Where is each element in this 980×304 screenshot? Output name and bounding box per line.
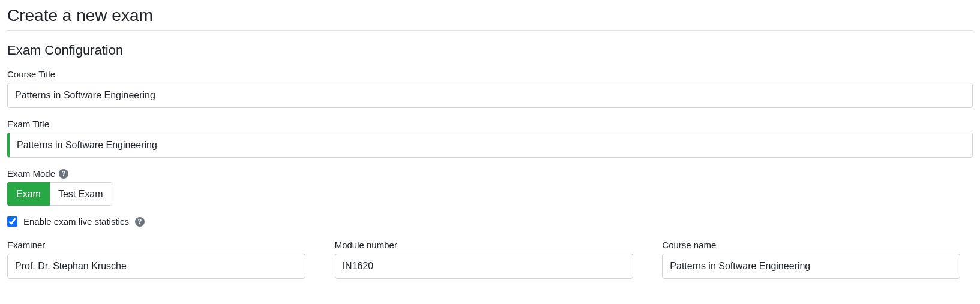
course-title-input[interactable] <box>7 83 973 108</box>
live-stats-checkbox[interactable] <box>7 216 17 227</box>
exam-title-input[interactable] <box>7 133 973 158</box>
module-number-label: Module number <box>335 240 646 250</box>
course-title-group: Course Title <box>7 69 973 108</box>
examiner-label: Examiner <box>7 240 318 250</box>
section-title-exam-config: Exam Configuration <box>7 43 973 58</box>
exam-meta-row: Examiner Module number Course name <box>7 240 973 290</box>
exam-mode-exam-button[interactable]: Exam <box>7 182 50 206</box>
course-name-input[interactable] <box>662 254 960 279</box>
live-stats-row: Enable exam live statistics ? <box>7 216 973 227</box>
page-title: Create a new exam <box>7 6 973 31</box>
exam-mode-label: Exam Mode <box>7 168 55 179</box>
examiner-group: Examiner <box>7 240 318 279</box>
exam-mode-group: Exam Mode ? Exam Test Exam <box>7 168 973 206</box>
help-icon[interactable]: ? <box>59 169 68 179</box>
exam-mode-toggle: Exam Test Exam <box>7 182 112 206</box>
exam-title-label: Exam Title <box>7 119 973 129</box>
exam-mode-test-exam-button[interactable]: Test Exam <box>50 182 112 206</box>
help-icon[interactable]: ? <box>135 217 145 227</box>
live-stats-label: Enable exam live statistics <box>23 216 129 227</box>
examiner-input[interactable] <box>7 254 305 279</box>
course-name-group: Course name <box>662 240 973 279</box>
module-number-group: Module number <box>335 240 646 279</box>
exam-title-group: Exam Title <box>7 119 973 158</box>
course-name-label: Course name <box>662 240 973 250</box>
course-title-label: Course Title <box>7 69 973 79</box>
module-number-input[interactable] <box>335 254 633 279</box>
